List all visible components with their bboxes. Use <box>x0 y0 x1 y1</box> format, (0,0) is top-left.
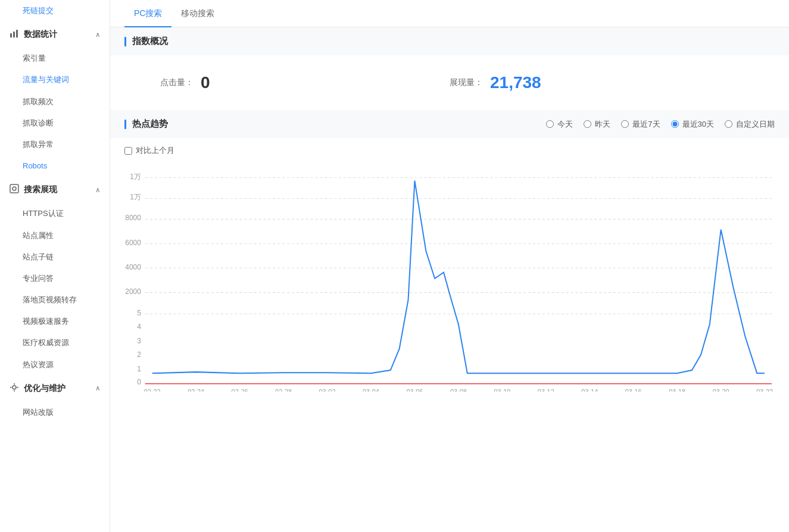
tab-bar: PC搜索 移动搜索 <box>110 0 789 27</box>
trend-section-header: 热点趋势 今天 昨天 最近7天 最近30天 <box>110 110 789 138</box>
sidebar-item-medical[interactable]: 医疗权威资源 <box>0 332 110 353</box>
filter-7days-label: 最近7天 <box>632 119 660 130</box>
sidebar-item-video-fast[interactable]: 视频极速服务 <box>0 311 110 332</box>
search-display-icon <box>10 184 19 196</box>
svg-text:4: 4 <box>137 323 141 331</box>
svg-text:03-08: 03-08 <box>450 388 467 392</box>
sidebar-item-crawl-diag[interactable]: 抓取诊断 <box>0 112 110 134</box>
filter-custom[interactable]: 自定义日期 <box>725 119 775 130</box>
svg-text:02-26: 02-26 <box>232 388 248 392</box>
svg-text:5: 5 <box>137 308 141 317</box>
tab-mobile[interactable]: 移动搜索 <box>171 0 224 27</box>
svg-text:03-04: 03-04 <box>363 388 379 392</box>
radio-custom[interactable] <box>725 120 732 128</box>
index-section-title: 指数概况 <box>132 36 168 47</box>
sidebar-item-crawl-freq[interactable]: 抓取频次 <box>0 91 110 112</box>
svg-text:4000: 4000 <box>125 262 141 271</box>
svg-text:03-02: 03-02 <box>319 388 336 392</box>
trend-controls: 今天 昨天 最近7天 最近30天 自定义日期 <box>546 119 775 130</box>
svg-point-5 <box>13 386 16 389</box>
trend-bar-accent <box>124 120 126 129</box>
svg-text:1万: 1万 <box>130 172 141 180</box>
svg-text:03-16: 03-16 <box>625 388 642 392</box>
sidebar-item-index[interactable]: 索引量 <box>0 48 110 69</box>
optimize-icon <box>10 383 19 395</box>
svg-text:03-20: 03-20 <box>713 388 729 392</box>
svg-text:02-24: 02-24 <box>188 388 204 392</box>
sidebar-item-site-revision[interactable]: 网站改版 <box>0 402 110 423</box>
chevron-search-icon: ∧ <box>95 186 100 194</box>
svg-rect-1 <box>13 32 15 37</box>
filter-yesterday[interactable]: 昨天 <box>584 119 610 130</box>
svg-point-4 <box>13 187 16 190</box>
radio-7days[interactable] <box>621 120 629 128</box>
stats-row: 点击量： 0 展现量： 21,738 <box>124 55 775 110</box>
view-label: 展现量： <box>450 77 483 88</box>
svg-text:0: 0 <box>137 377 141 386</box>
svg-text:02-28: 02-28 <box>275 388 292 392</box>
sidebar-item-traffic[interactable]: 流量与关键词 <box>0 69 110 90</box>
click-label: 点击量： <box>160 77 194 88</box>
tab-pc[interactable]: PC搜索 <box>124 0 171 27</box>
sidebar: 死链提交 数据统计 ∧ 索引量 流量与关键词 抓取频次 抓取诊断 抓取异常 Ro… <box>0 0 110 532</box>
filter-today-label: 今天 <box>557 119 573 130</box>
radio-yesterday[interactable] <box>584 120 591 128</box>
filter-today[interactable]: 今天 <box>546 119 573 130</box>
view-value: 21,738 <box>490 73 541 92</box>
section-label-optimize: 优化与维护 <box>24 383 66 394</box>
sidebar-section-data-stats[interactable]: 数据统计 ∧ <box>0 21 110 48</box>
sidebar-item-deadlinks[interactable]: 死链提交 <box>0 0 110 21</box>
svg-text:03-10: 03-10 <box>494 388 510 392</box>
compare-row: 对比上个月 <box>124 138 775 163</box>
sidebar-section-optimize[interactable]: 优化与维护 ∧ <box>0 375 110 402</box>
sidebar-item-video-landing[interactable]: 落地页视频转存 <box>0 289 110 311</box>
svg-text:02-22: 02-22 <box>144 388 161 392</box>
click-value: 0 <box>201 73 210 92</box>
main-content: PC搜索 移动搜索 指数概况 点击量： 0 展现量： 21,738 热点趋势 <box>110 0 789 532</box>
svg-text:03-18: 03-18 <box>669 388 685 392</box>
chevron-icon: ∧ <box>95 31 100 39</box>
svg-text:03-14: 03-14 <box>581 388 598 392</box>
svg-text:2: 2 <box>137 351 141 359</box>
svg-text:6000: 6000 <box>125 238 141 246</box>
svg-text:03-22: 03-22 <box>756 388 773 392</box>
compare-label: 对比上个月 <box>136 145 174 156</box>
radio-today[interactable] <box>546 120 554 128</box>
svg-rect-3 <box>10 184 18 193</box>
sidebar-section-search-display[interactable]: 搜索展现 ∧ <box>0 177 110 203</box>
sidebar-item-crawl-error[interactable]: 抓取异常 <box>0 134 110 155</box>
compare-checkbox[interactable] <box>124 147 132 155</box>
index-section-header: 指数概况 <box>110 27 789 55</box>
sidebar-item-site-attr[interactable]: 站点属性 <box>0 225 110 246</box>
stat-click: 点击量： 0 <box>160 73 450 92</box>
filter-7days[interactable]: 最近7天 <box>621 119 660 130</box>
filter-custom-label: 自定义日期 <box>736 119 775 130</box>
filter-yesterday-label: 昨天 <box>595 119 610 130</box>
sidebar-item-qa[interactable]: 专业问答 <box>0 268 110 289</box>
filter-30days[interactable]: 最近30天 <box>671 119 714 130</box>
svg-text:8000: 8000 <box>125 214 141 222</box>
section-label-search: 搜索展现 <box>24 184 57 195</box>
svg-rect-2 <box>16 30 18 37</box>
section-label-data-stats: 数据统计 <box>24 29 57 40</box>
section-bar-accent <box>124 37 126 46</box>
stat-view: 展现量： 21,738 <box>450 73 739 92</box>
svg-text:03-06: 03-06 <box>406 388 423 392</box>
chart-container: 1万 1万 8000 6000 4000 2000 5 4 3 2 1 0 <box>124 165 775 392</box>
filter-30days-label: 最近30天 <box>682 119 714 130</box>
sidebar-item-https[interactable]: HTTPS认证 <box>0 203 110 224</box>
svg-text:3: 3 <box>137 337 141 345</box>
svg-text:03-12: 03-12 <box>538 388 554 392</box>
sidebar-item-hot[interactable]: 热议资源 <box>0 354 110 375</box>
content-area: 指数概况 点击量： 0 展现量： 21,738 热点趋势 今天 <box>110 27 789 532</box>
sidebar-item-sublinks[interactable]: 站点子链 <box>0 246 110 268</box>
svg-text:1万: 1万 <box>130 193 141 201</box>
svg-text:1: 1 <box>137 365 141 373</box>
svg-text:2000: 2000 <box>125 287 141 295</box>
chart-icon <box>10 29 19 40</box>
radio-30days[interactable] <box>671 120 679 128</box>
sidebar-item-robots[interactable]: Robots <box>0 155 110 177</box>
svg-rect-0 <box>10 33 12 37</box>
trend-chart: 1万 1万 8000 6000 4000 2000 5 4 3 2 1 0 <box>124 165 775 392</box>
chevron-optimize-icon: ∧ <box>95 384 100 392</box>
